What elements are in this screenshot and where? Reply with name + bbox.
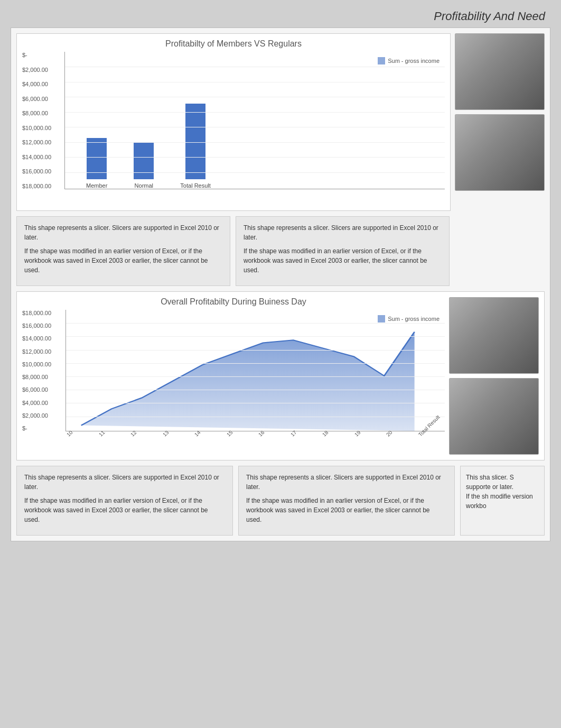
y-axis-labels: $18,000.00 $16,000.00 $14,000.00 $12,000…: [22, 52, 60, 189]
main-container: Profitabilty of Members VS Regulars $18,…: [11, 27, 550, 541]
bottom-slicer-box-2: This shape represents a slicer. Slicers …: [238, 466, 455, 536]
area-chart-main: Overall Profitabilty During Buiness Day …: [22, 297, 445, 455]
area-chart-svg: [66, 310, 445, 431]
chart1-legend: Sum - gross income: [378, 57, 440, 64]
slicer-panel-2: [455, 114, 545, 191]
slicer-panel-1: [455, 33, 545, 110]
bar-member-label: Member: [86, 182, 107, 189]
bar-normal-label: Normal: [135, 182, 153, 189]
bar-total-rect: [185, 104, 205, 179]
slicer-textbox-2: This shape represents a slicer. Slicers …: [236, 216, 450, 286]
second-chart-wrapper: Overall Profitabilty During Buiness Day …: [22, 297, 539, 455]
bar-total: Total Result: [180, 104, 210, 189]
bottom-slicer-box-3: This sha slicer. S supporte or later. If…: [460, 466, 545, 536]
chart2-legend-label: Sum - gross income: [388, 316, 440, 322]
bar-chart-wrapper: $18,000.00 $16,000.00 $14,000.00 $12,000…: [22, 52, 445, 205]
slicer-textbox-2-p1: This shape represents a slicer. Slicers …: [244, 223, 442, 242]
area-y-axis: $- $2,000.00 $4,000.00 $6,000.00 $8,000.…: [22, 310, 63, 431]
slicer-text-row-top: This shape represents a slicer. Slicers …: [16, 216, 545, 286]
bottom-slicer-1-p1: This shape represents a slicer. Slicers …: [24, 473, 225, 492]
chart2-legend: Sum - gross income: [378, 315, 440, 322]
bottom-slicer-2-p1: This shape represents a slicer. Slicers …: [246, 473, 447, 492]
chart-body: Member Normal Total Result: [64, 52, 445, 189]
top-section: Profitabilty of Members VS Regulars $18,…: [16, 33, 545, 211]
area-chart-area: Overall Profitabilty During Buiness Day …: [16, 291, 545, 460]
bar-normal: Normal: [134, 142, 154, 189]
chart2-title: Overall Profitabilty During Buiness Day: [22, 297, 445, 307]
slicer-textbox-1: This shape represents a slicer. Slicers …: [16, 216, 230, 286]
slicer-textbox-2-p2: If the shape was modified in an earlier …: [244, 246, 442, 275]
slicer-textbox-1-p2: If the shape was modified in an earlier …: [24, 246, 222, 275]
area-chart-body: [66, 310, 445, 431]
bar-total-label: Total Result: [180, 182, 210, 189]
bottom-slicer-3-p2: If the sh modifie version workbo: [466, 492, 539, 511]
bottom-slicer-1-p2: If the shape was modified in an earlier …: [24, 496, 225, 524]
chart1-title: Profitabilty of Members VS Regulars: [22, 39, 445, 49]
slicer-panel-3: [449, 297, 539, 374]
bottom-slicer-3-p1: This sha slicer. S supporte or later.: [466, 473, 539, 492]
legend-label: Sum - gross income: [388, 58, 440, 64]
area-x-axis: 10 11 12 13 14 15 16 17 18 19 20 Total R…: [66, 431, 445, 453]
bottom-slicer-row: This shape represents a slicer. Slicers …: [16, 466, 545, 536]
bar-member-rect: [87, 138, 107, 179]
chart2-legend-box: [378, 315, 385, 322]
area-chart-container: $- $2,000.00 $4,000.00 $6,000.00 $8,000.…: [22, 310, 445, 453]
slicer-column-second: [449, 297, 539, 455]
slicer-column-top: [455, 33, 545, 211]
bar-member: Member: [86, 138, 107, 189]
page-title: Profitability And Need: [0, 0, 561, 27]
bottom-slicer-2-p2: If the shape was modified in an earlier …: [246, 496, 447, 524]
legend-color-box: [378, 57, 385, 64]
bottom-slicer-box-1: This shape represents a slicer. Slicers …: [16, 466, 233, 536]
bar-chart-area: Profitabilty of Members VS Regulars $18,…: [16, 33, 451, 211]
slicer-text-spacer: [455, 216, 545, 286]
slicer-textbox-1-p1: This shape represents a slicer. Slicers …: [24, 223, 222, 242]
bar-normal-rect: [134, 142, 154, 179]
slicer-panel-4: [449, 378, 539, 455]
